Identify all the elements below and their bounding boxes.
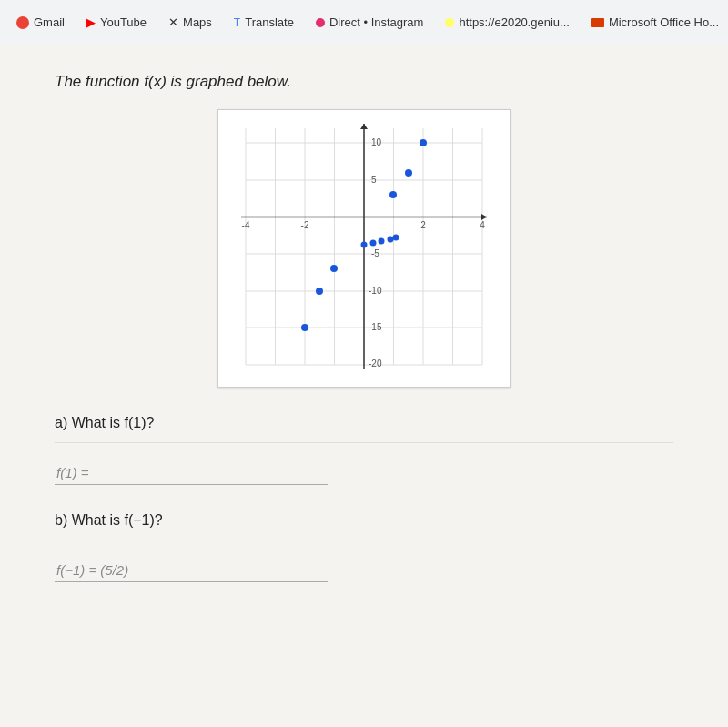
svg-point-38 [389,191,397,198]
svg-point-36 [388,237,394,243]
question-b-label: b) What is f(−1)? [55,512,673,529]
svg-text:10: 10 [371,137,382,147]
tab-genius-label: https://e2020.geniu... [459,15,569,29]
tab-youtube[interactable]: ▶ YouTube [77,12,156,33]
graph-svg: -4 -2 2 4 10 5 -5 -10 -15 -20 [217,109,511,388]
tab-youtube-label: YouTube [100,15,147,29]
svg-point-32 [316,288,323,295]
genius-icon [445,18,454,27]
maps-icon: ✕ [168,15,178,29]
gmail-icon [16,16,29,29]
question-b-input[interactable] [55,559,328,582]
divider-b [55,540,673,540]
question-a-section: a) What is f(1)? [55,415,673,485]
svg-text:2: 2 [420,220,426,230]
tab-gmail-label: Gmail [34,15,65,29]
tab-office-label: Microsoft Office Ho... [609,15,719,29]
svg-text:-5: -5 [371,248,379,258]
translate-icon: T [234,16,240,29]
question-b-section: b) What is f(−1)? [55,512,673,582]
graph-container: -4 -2 2 4 10 5 -5 -10 -15 -20 [55,109,673,388]
svg-point-34 [370,240,377,247]
tab-direct-label: Direct • Instagram [329,15,424,29]
svg-text:-10: -10 [369,286,382,296]
main-content: The function f(x) is graphed below. [0,45,728,727]
svg-point-41 [330,265,338,272]
question-a-label: a) What is f(1)? [55,415,673,431]
svg-text:-4: -4 [242,220,250,230]
tab-genius[interactable]: https://e2020.geniu... [436,12,578,33]
svg-point-33 [361,242,368,248]
svg-point-40 [420,139,427,146]
tab-office[interactable]: Microsoft Office Ho... [582,12,728,33]
tab-maps[interactable]: ✕ Maps [159,12,221,33]
question-a-input[interactable] [55,461,328,485]
tab-translate[interactable]: T Translate [225,12,303,33]
direct-icon [316,18,325,27]
problem-title: The function f(x) is graphed below. [55,73,673,91]
tab-gmail[interactable]: Gmail [7,12,74,33]
office-icon [592,18,604,27]
svg-point-39 [405,169,412,177]
svg-text:-2: -2 [301,220,309,230]
tab-bar: Gmail ▶ YouTube ✕ Maps T Translate Direc… [0,0,728,45]
svg-point-37 [393,235,399,241]
svg-text:5: 5 [371,175,377,185]
svg-text:4: 4 [480,220,485,230]
svg-point-31 [301,324,308,331]
tab-maps-label: Maps [183,15,212,29]
svg-text:-15: -15 [369,322,382,332]
tab-direct[interactable]: Direct • Instagram [307,12,433,33]
divider-a [55,442,673,443]
tab-translate-label: Translate [245,15,294,29]
svg-text:-20: -20 [369,358,382,369]
svg-point-35 [379,238,385,245]
youtube-icon: ▶ [86,15,96,29]
